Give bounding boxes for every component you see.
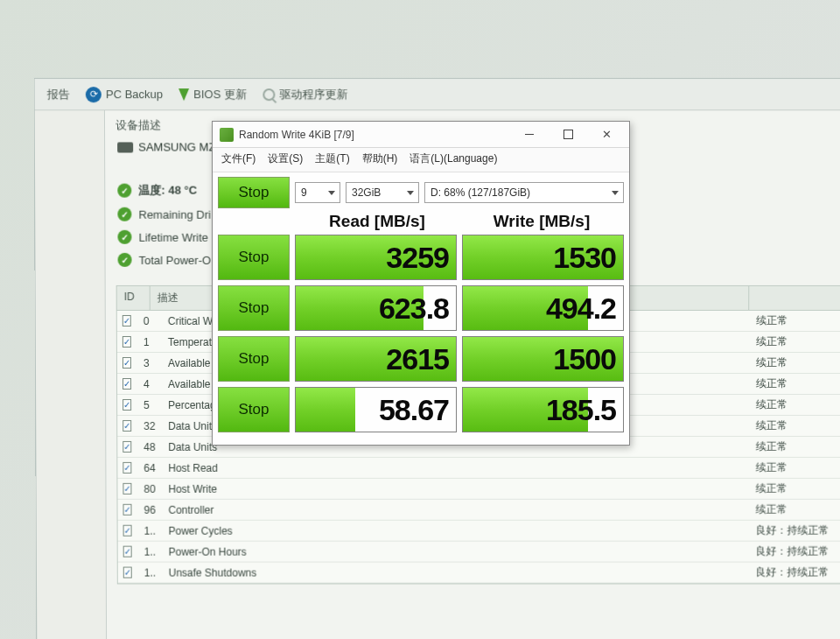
- close-button[interactable]: [587, 123, 626, 147]
- read-value: 2615: [296, 337, 456, 381]
- row-status: 续正常: [749, 437, 840, 457]
- controls-row: Stop 9 32GiB D: 68% (127/187GiB): [218, 177, 624, 208]
- read-value-cell: 2615: [295, 336, 457, 382]
- rw-headers: Read [MB/s] Write [MB/s]: [218, 212, 624, 231]
- menu-help[interactable]: 帮助(H): [362, 151, 398, 166]
- checkbox-icon[interactable]: [122, 336, 131, 348]
- write-header: Write [MB/s]: [459, 212, 624, 231]
- row-status: 续正常: [749, 395, 840, 415]
- row-id: 1..: [137, 522, 162, 539]
- table-row[interactable]: 1..Power Cycles良好：持续正常: [118, 521, 840, 542]
- write-value: 494.2: [463, 286, 623, 330]
- backup-icon: ⟳: [86, 87, 102, 102]
- health-label: 温度: 48 °C: [138, 183, 197, 199]
- row-status: 续正常: [749, 479, 840, 499]
- col-header-id[interactable]: ID: [117, 286, 150, 310]
- read-value: 58.67: [296, 388, 456, 432]
- menu-language[interactable]: 语言(L)(Language): [410, 151, 497, 166]
- test-button[interactable]: Stop: [218, 285, 290, 331]
- all-button[interactable]: Stop: [218, 177, 290, 208]
- row-id: 3: [136, 354, 161, 371]
- window-title: Random Write 4KiB [7/9]: [239, 129, 354, 141]
- checkbox-icon[interactable]: [123, 525, 132, 537]
- search-icon: [262, 88, 275, 101]
- menubar: 文件(F) 设置(S) 主题(T) 帮助(H) 语言(L)(Language): [213, 148, 629, 172]
- health-label: Total Power-O: [139, 253, 212, 266]
- row-status: 续正常: [749, 416, 840, 436]
- menu-settings[interactable]: 设置(S): [268, 151, 303, 166]
- health-label: Remaining Dri: [138, 207, 211, 221]
- table-row[interactable]: 1..Power-On Hours良好：持续正常: [118, 542, 840, 563]
- row-status: 续正常: [749, 332, 840, 352]
- row-desc: Host Write: [161, 480, 748, 497]
- write-value: 1530: [463, 235, 623, 279]
- row-desc: Controller: [161, 501, 748, 518]
- read-value-cell: 623.8: [295, 285, 457, 331]
- menu-file[interactable]: 文件(F): [221, 151, 256, 166]
- device-name: SAMSUNG MZV: [138, 140, 223, 153]
- download-icon: [178, 88, 189, 101]
- check-icon: ✓: [117, 207, 131, 221]
- bench-row: Stop32591530: [218, 235, 624, 280]
- row-id: 0: [136, 312, 161, 329]
- toolbar: 报告 ⟳ PC Backup BIOS 更新 驱动程序更新: [35, 79, 840, 110]
- toolbar-driver-update[interactable]: 驱动程序更新: [262, 87, 347, 102]
- row-desc: Power Cycles: [162, 522, 749, 539]
- row-id: 64: [136, 459, 161, 476]
- checkbox-icon[interactable]: [122, 315, 131, 327]
- bench-row: Stop58.67185.5: [218, 387, 624, 432]
- write-value-cell: 1530: [462, 235, 624, 280]
- row-status: 续正常: [749, 353, 840, 373]
- table-row[interactable]: 1..Unsafe Shutdowns良好：持续正常: [118, 563, 840, 584]
- test-button[interactable]: Stop: [218, 387, 290, 432]
- test-button[interactable]: Stop: [218, 235, 290, 280]
- write-value-cell: 494.2: [462, 285, 624, 331]
- checkbox-icon[interactable]: [122, 357, 131, 369]
- read-value-cell: 58.67: [295, 387, 457, 432]
- driver-update-label: 驱动程序更新: [279, 87, 347, 102]
- checkbox-icon[interactable]: [123, 567, 132, 579]
- minimize-button[interactable]: [510, 123, 549, 147]
- table-row[interactable]: 64Host Read续正常: [117, 458, 840, 479]
- col-header-status[interactable]: [749, 286, 840, 310]
- checkbox-icon[interactable]: [122, 420, 131, 432]
- row-status: 续正常: [749, 311, 840, 331]
- table-row[interactable]: 80Host Write续正常: [117, 479, 840, 500]
- toolbar-report[interactable]: 报告: [47, 87, 70, 102]
- count-select[interactable]: 9: [295, 182, 340, 203]
- checkbox-icon[interactable]: [122, 483, 131, 495]
- menu-theme[interactable]: 主题(T): [315, 151, 349, 166]
- row-status: 续正常: [749, 500, 840, 520]
- checkbox-icon[interactable]: [122, 462, 131, 474]
- pc-backup-label: PC Backup: [106, 88, 163, 101]
- write-value: 1500: [463, 337, 623, 381]
- write-value: 185.5: [463, 388, 623, 432]
- toolbar-pc-backup[interactable]: ⟳ PC Backup: [86, 87, 163, 102]
- test-button[interactable]: Stop: [218, 336, 290, 382]
- read-value: 3259: [296, 235, 456, 279]
- bench-row: Stop623.8494.2: [218, 285, 624, 331]
- check-icon: ✓: [118, 253, 132, 267]
- benchmark-window: Random Write 4KiB [7/9] 文件(F) 设置(S) 主题(T…: [212, 121, 630, 446]
- report-label: 报告: [47, 87, 70, 102]
- write-value-cell: 1500: [462, 336, 624, 382]
- drive-select[interactable]: D: 68% (127/187GiB): [424, 182, 624, 203]
- checkbox-icon[interactable]: [123, 546, 132, 558]
- checkbox-icon[interactable]: [123, 504, 132, 516]
- size-select[interactable]: 32GiB: [346, 182, 419, 203]
- checkbox-icon[interactable]: [122, 399, 131, 411]
- check-icon: ✓: [117, 184, 131, 198]
- maximize-button[interactable]: [549, 123, 587, 147]
- row-id: 1: [136, 333, 161, 350]
- row-desc: Host Read: [161, 459, 748, 476]
- checkbox-icon[interactable]: [122, 441, 131, 453]
- row-status: 续正常: [749, 458, 840, 478]
- check-icon: ✓: [117, 230, 131, 244]
- bios-update-label: BIOS 更新: [193, 87, 247, 102]
- toolbar-bios-update[interactable]: BIOS 更新: [178, 87, 247, 102]
- read-value-cell: 3259: [295, 235, 457, 280]
- table-row[interactable]: 96Controller续正常: [117, 500, 840, 521]
- checkbox-icon[interactable]: [122, 378, 131, 390]
- titlebar[interactable]: Random Write 4KiB [7/9]: [213, 122, 629, 148]
- row-id: 80: [136, 480, 161, 497]
